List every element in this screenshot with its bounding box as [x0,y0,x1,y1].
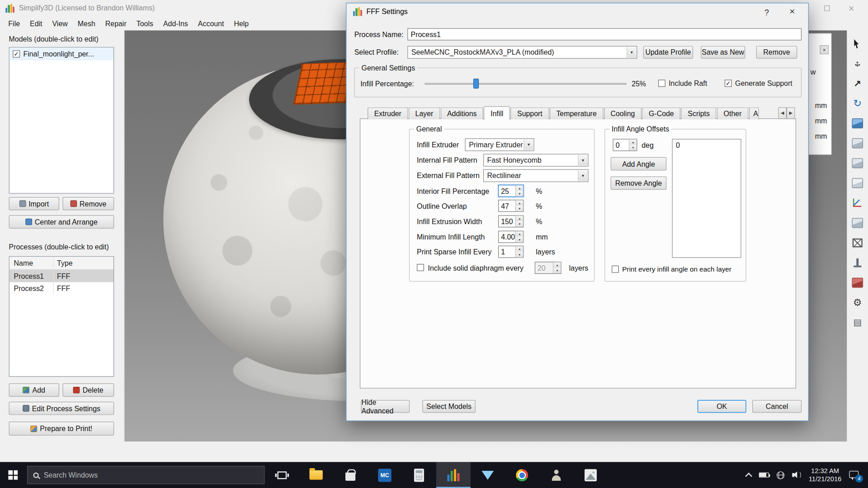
spin-up-icon[interactable]: ▲ [553,262,561,267]
tab-scroll-left-icon[interactable]: ◀ [778,108,787,119]
generate-support-checkbox[interactable]: ✓ [725,80,732,87]
taskbar-photos[interactable] [574,462,608,488]
dialog-titlebar[interactable]: FFF Settings ? × [347,3,808,20]
infill-extrusion-width-spinner[interactable]: 150 ▲▼ [498,215,524,227]
tool-view-side[interactable] [850,177,865,190]
spin-up-icon[interactable]: ▲ [516,200,523,206]
spin-down-icon[interactable]: ▼ [629,145,637,150]
per-layer-angle-checkbox[interactable] [612,266,619,273]
col-name[interactable]: Name [9,257,54,269]
tool-view-back[interactable] [850,216,865,230]
tab-layer[interactable]: Layer [409,108,440,120]
save-as-new-button[interactable]: Save as New [701,46,745,59]
tool-cross-section[interactable] [850,276,865,289]
menu-help[interactable]: Help [229,18,254,29]
dialog-close-icon[interactable]: × [783,5,802,19]
update-profile-button[interactable]: Update Profile [643,46,693,59]
include-raft-checkbox[interactable] [658,80,665,87]
maximize-icon[interactable] [815,0,839,17]
taskbar-mc-app[interactable]: MC [368,462,402,488]
tool-view-top[interactable] [850,136,865,150]
close-icon[interactable]: × [839,0,863,17]
add-process-button[interactable]: Add [9,384,59,397]
panel-close-icon[interactable]: × [820,45,829,54]
outline-overlap-spinner[interactable]: 47 ▲▼ [498,200,524,212]
menu-view[interactable]: View [47,18,73,29]
model-checkbox[interactable]: ✓ [13,50,20,57]
print-sparse-infill-spinner[interactable]: 1 ▲▼ [498,246,524,258]
start-button[interactable] [0,462,26,488]
external-fill-pattern-select[interactable]: Rectilinear ▼ [483,169,589,182]
menu-tools[interactable]: Tools [132,18,158,29]
infill-percentage-slider[interactable] [425,79,627,89]
spin-down-icon[interactable]: ▼ [516,237,523,242]
minimum-infill-length-spinner[interactable]: 4.00 ▲▼ [498,231,524,243]
spin-down-icon[interactable]: ▼ [516,252,523,257]
tool-support[interactable] [850,256,865,269]
table-row-process1[interactable]: Process1 FFF [9,270,113,282]
ok-button[interactable]: OK [698,400,746,413]
battery-icon[interactable] [759,473,769,478]
tool-scale[interactable]: ↗ [850,77,865,90]
delete-process-button[interactable]: Delete [62,384,114,397]
tab-temperature[interactable]: Temperature [550,108,604,120]
tab-infill[interactable]: Infill [484,106,510,120]
processes-table[interactable]: Name Type Process1 FFF Process2 FFF [9,256,114,377]
tab-additions[interactable]: Additions [440,108,483,120]
menu-mesh[interactable]: Mesh [73,18,100,29]
diaphragm-checkbox[interactable] [417,264,424,271]
center-arrange-button[interactable]: Center and Arrange [9,215,114,228]
tab-scroll-right-icon[interactable]: ▶ [787,108,795,119]
menu-edit[interactable]: Edit [25,18,47,29]
infill-extruder-select[interactable]: Primary Extruder ▼ [465,138,534,151]
taskbar-person-app[interactable] [539,462,574,488]
menu-repair[interactable]: Repair [100,18,132,29]
spin-down-icon[interactable]: ▼ [516,191,523,196]
process-name-input[interactable] [407,28,802,40]
angle-list-item[interactable]: 0 [673,140,741,151]
table-row-process2[interactable]: Process2 FFF [9,282,113,294]
tool-cursor[interactable] [850,37,865,50]
interior-fill-percentage-spinner[interactable]: 25 ▲▼ [498,185,524,197]
tab-extruder[interactable]: Extruder [368,108,408,120]
edit-process-settings-button[interactable]: Edit Process Settings [9,402,114,415]
tool-machine-settings[interactable]: ⚙ [850,296,865,309]
diaphragm-spinner[interactable]: 20 ▲▼ [535,262,561,274]
remove-model-button[interactable]: Remove [62,197,114,210]
task-view-button[interactable] [264,462,299,488]
spin-up-icon[interactable]: ▲ [516,216,523,221]
cancel-button[interactable]: Cancel [752,400,802,413]
menu-account[interactable]: Account [193,18,229,29]
menu-addins[interactable]: Add-Ins [158,18,193,29]
taskbar-calculator[interactable] [402,462,436,488]
angle-offsets-list[interactable]: 0 [672,139,741,258]
tool-layers[interactable]: ▤ [850,316,865,329]
taskbar-chrome[interactable] [505,462,539,488]
spin-up-icon[interactable]: ▲ [516,185,523,191]
network-icon[interactable] [777,471,784,479]
taskbar-search[interactable] [27,466,264,484]
taskbar-store[interactable] [333,462,368,488]
slider-handle[interactable] [473,79,479,89]
spin-up-icon[interactable]: ▲ [516,231,523,237]
action-center-button[interactable]: 4 [849,469,861,480]
tool-view-iso[interactable] [850,117,865,130]
menu-file[interactable]: File [3,18,25,29]
tray-expand-icon[interactable] [745,473,752,480]
tab-other[interactable]: Other [717,108,748,120]
taskbar-file-explorer[interactable] [299,462,333,488]
search-input[interactable] [44,471,259,479]
tab-support[interactable]: Support [510,108,549,120]
models-list[interactable]: ✓ Final_moonlight_per... [9,47,114,193]
remove-angle-button[interactable]: Remove Angle [611,177,667,190]
tab-clipped[interactable]: A [749,108,759,120]
taskbar-simplify3d[interactable] [436,462,471,488]
tool-view-front[interactable] [850,157,865,170]
taskbar-funnel-app[interactable] [471,462,505,488]
col-type[interactable]: Type [54,257,113,269]
spin-down-icon[interactable]: ▼ [553,268,561,273]
volume-icon[interactable] [792,471,801,479]
spin-down-icon[interactable]: ▼ [516,221,523,227]
tab-cooling[interactable]: Cooling [604,108,642,120]
slider-track[interactable] [425,83,627,85]
